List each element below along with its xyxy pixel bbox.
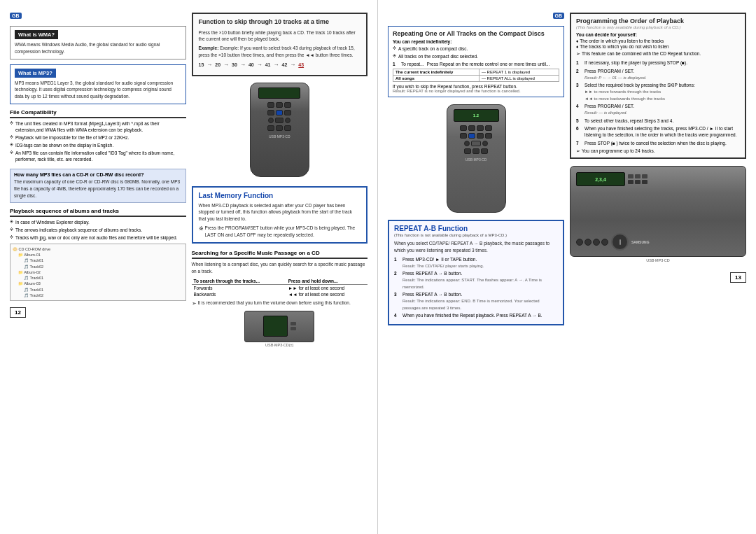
prog-step3-num: 3 <box>576 82 582 101</box>
right-display-text: 1.2 <box>454 110 498 121</box>
repeat-step-1: 1 To repeat... Press Repeat on the remot… <box>393 62 559 66</box>
track-42: 42 <box>281 62 287 67</box>
unit-sub-label: USB·MP3·CD <box>646 258 670 262</box>
ab-step-1: 1 Press MP3-CD/ ► II or TAPE button. Res… <box>394 256 558 269</box>
repeat-ab-intro: When you select CD/TAPE/ REPEAT A → B pl… <box>394 240 558 254</box>
gb-badge-right: GB <box>553 13 565 19</box>
search-backwards-action: ◄◄ for at least one second <box>286 291 368 297</box>
device-btn-2 <box>290 327 296 330</box>
mp3-text: MP3 means MPEG1 Layer 3, the global stan… <box>15 80 181 100</box>
right-device-wrapper: 2,3,4 <box>570 166 746 262</box>
repeat-cell-2b: — REPEAT ALL is displayed <box>479 76 559 82</box>
prog-step6-num: 6 <box>576 125 582 138</box>
search-text: When listening to a compact disc, you ca… <box>192 261 368 275</box>
repeat-step1-desc: Press Repeat on the remote control one o… <box>427 62 559 66</box>
repeat-ab-title: REPEAT A-B Function <box>394 225 558 232</box>
unit-btn-3 <box>642 174 648 178</box>
samsung-logo: SAMSUNG <box>631 240 650 244</box>
unit-bottom-section: SAMSUNG <box>576 233 740 251</box>
search-forwards-label: Forwards <box>192 284 286 291</box>
right-remote-nav <box>464 141 488 146</box>
prog-step3-detail1: ►► to move forwards through the tracks <box>584 90 661 94</box>
remote-prev-btn <box>268 118 274 123</box>
prog-step-4: 4 Press PROGRAM / SET. Result: — is disp… <box>576 103 740 115</box>
remote-play-btn <box>275 118 284 123</box>
right-device-container: 2,3,4 <box>570 166 746 262</box>
programming-section: Programming the Order of Playback (This … <box>570 13 746 159</box>
compat-item-3: ID3-tags can be shown on the display in … <box>10 142 186 148</box>
right-page-number: 13 <box>730 272 746 283</box>
mp3-section: What is MP3? MP3 means MPEG1 Layer 3, th… <box>10 64 186 104</box>
ab-step1-result: Result: The CD/TAPE/ player starts playi… <box>402 264 484 268</box>
search-device-image <box>244 311 314 342</box>
prog-step4-content: Press PROGRAM / SET. Result: — is displa… <box>584 103 740 115</box>
repeat-step1-text: To repeat... <box>401 62 424 66</box>
remote-btn-1 <box>267 102 274 108</box>
track-arrow3: → <box>240 62 246 68</box>
unit-btn-1 <box>628 174 634 178</box>
wma-section: What is WMA? WMA means Windows Media Aud… <box>10 26 186 59</box>
unit-volume-knob <box>611 233 629 251</box>
right-col1: GB Repeating One or All Tracks on the Co… <box>388 13 564 325</box>
left-page-number: 12 <box>10 307 26 318</box>
prog-step5-num: 5 <box>576 118 582 125</box>
track-arrow5: → <box>273 62 279 68</box>
samsung-unit: 2,3,4 <box>570 166 746 257</box>
track-arrow1: → <box>206 62 212 68</box>
prog-subtitle: (This function is only available during … <box>576 25 740 29</box>
track-20: 20 <box>215 62 220 67</box>
ab-step4-content: When you have finished the Repeat playba… <box>402 312 558 319</box>
unit-ctrl-row2 <box>628 180 648 184</box>
right-btn-4 <box>485 125 492 131</box>
track-arrow6: → <box>290 62 295 68</box>
file-tree: 📀 CD CD-ROM drive 📁 Album-01 🎵 Track01 🎵… <box>10 244 186 301</box>
prog-step6-content: When you have finished selecting the tra… <box>584 125 740 138</box>
unit-next-btn <box>601 239 608 246</box>
prog-step2-num: 2 <box>576 68 582 80</box>
ab-step2-content: Press REPEAT A → B button. Result: The i… <box>402 270 558 290</box>
prog-step7-num: 7 <box>576 140 582 147</box>
remote-btn-5 <box>284 110 291 115</box>
remote-btn-6 <box>267 125 274 131</box>
prog-decide-item2: ♦ The tracks to which you do not wish to… <box>576 44 740 49</box>
repeat-cell-1a: The current track indefinitely <box>393 69 479 76</box>
repeat-table: The current track indefinitely — REPEAT … <box>393 69 559 82</box>
remote-btn-3 <box>284 102 291 108</box>
ab-step4-num: 4 <box>394 312 400 319</box>
file-compatibility-title: File Compatibility <box>10 109 186 118</box>
search-row-1: Forwards ►► for at least one second <box>192 284 368 291</box>
remote-btn-4 <box>267 110 274 115</box>
track-number-row: 15 → 20 → 30 → 40 → 41 → 42 → 43 <box>199 62 361 68</box>
compat-item-2: Playback will be impossible for the file… <box>10 134 186 141</box>
mp3-title: What is MP3? <box>15 69 56 78</box>
prog-step2-content: Press PROGRAM / SET. Result: P ←→ 01 — i… <box>584 68 740 80</box>
right-btn-5 <box>460 133 467 139</box>
prog-note: ➢ This feature can be combined with the … <box>576 51 740 57</box>
right-remote-control: 1.2 <box>447 104 506 213</box>
prog-notes-item: ➢ You can programme up to 24 tracks. <box>576 148 740 154</box>
track-arrow4: → <box>257 62 262 68</box>
track-40: 40 <box>248 62 254 67</box>
search-section: Searching for a Specific Music Passage o… <box>192 250 368 347</box>
left-col2: Function to skip through 10 tracks at a … <box>192 13 368 347</box>
gb-badge: GB <box>10 13 22 19</box>
right-remote-display: 1.2 <box>454 109 499 122</box>
skip-function-section: Function to skip through 10 tracks at a … <box>192 13 368 76</box>
unit-btn-5 <box>635 180 640 184</box>
unit-main-display: 2,3,4 <box>576 172 625 186</box>
search-backwards-label: Backwards <box>192 291 286 297</box>
playback-item-2: The arrows indicates playback sequence o… <box>10 227 186 233</box>
last-memory-section: Last Memory Function When MP3-CD playbac… <box>192 186 368 244</box>
cdrom-title: How many MP3 files can a CD-R or CD-RW d… <box>14 172 182 177</box>
right-btn-6 <box>477 133 484 139</box>
prog-step4-num: 4 <box>576 103 582 115</box>
search-header-row: To search through the tracks... Press an… <box>192 278 368 285</box>
unit-display-text: 2,3,4 <box>595 177 606 182</box>
unit-prev-btn <box>593 239 600 246</box>
ab-step-2: 2 Press REPEAT A → B button. Result: The… <box>394 270 558 290</box>
prog-step4-result: Result: — is displayed. <box>584 111 627 115</box>
prog-step1-num: 1 <box>576 59 582 66</box>
repeat-title: Repeating One or All Tracks on the Compa… <box>393 30 559 37</box>
remote-btn-7 <box>276 125 283 131</box>
repeat-subtitle: You can repeat indefinitely: <box>393 39 559 44</box>
